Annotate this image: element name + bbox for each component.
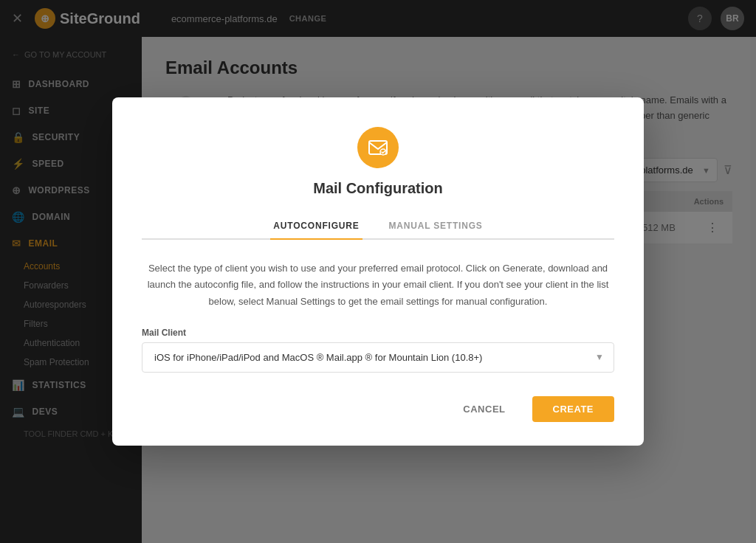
mail-config-icon: [368, 137, 388, 158]
mail-client-select[interactable]: iOS for iPhone/iPad/iPod and MacOS ® Mai…: [142, 342, 614, 373]
mail-client-select-wrapper: iOS for iPhone/iPad/iPod and MacOS ® Mai…: [142, 342, 614, 373]
create-button[interactable]: CREATE: [532, 396, 614, 422]
cancel-button[interactable]: CANCEL: [445, 396, 523, 422]
modal-description: Select the type of client you wish to us…: [142, 260, 614, 309]
modal-icon-circle: [357, 127, 399, 168]
modal-title: Mail Configuration: [142, 180, 614, 197]
modal-overlay: Mail Configuration AUTOCONFIGURE MANUAL …: [0, 0, 756, 543]
mail-client-field: Mail Client iOS for iPhone/iPad/iPod and…: [142, 328, 614, 373]
modal-icon-container: [142, 127, 614, 168]
tab-autoconfigure[interactable]: AUTOCONFIGURE: [270, 215, 362, 240]
mail-configuration-modal: Mail Configuration AUTOCONFIGURE MANUAL …: [112, 97, 644, 445]
tab-manual-settings[interactable]: MANUAL SETTINGS: [386, 215, 486, 240]
modal-footer: CANCEL CREATE: [142, 396, 614, 422]
modal-tabs: AUTOCONFIGURE MANUAL SETTINGS: [142, 215, 614, 240]
mail-client-label: Mail Client: [142, 328, 614, 338]
